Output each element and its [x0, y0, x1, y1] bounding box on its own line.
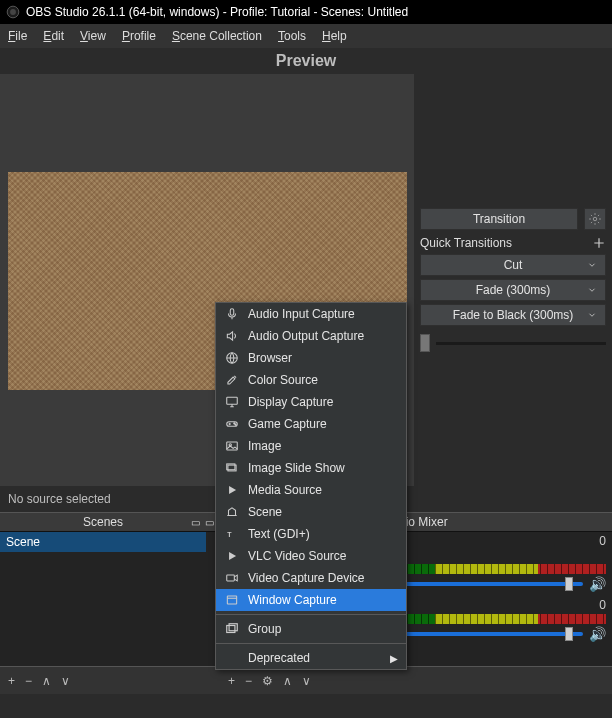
scenes-header[interactable]: Scenes ▭	[0, 512, 206, 532]
play-icon	[224, 548, 240, 564]
text-icon: T	[224, 526, 240, 542]
globe-icon	[224, 350, 240, 366]
cm-group[interactable]: Group	[216, 618, 406, 640]
svg-rect-5	[227, 397, 238, 404]
cm-media-source[interactable]: Media Source	[216, 479, 406, 501]
cm-text-gdi-[interactable]: TText (GDI+)	[216, 523, 406, 545]
scene-up-button[interactable]: ∧	[42, 674, 51, 688]
dock-icon[interactable]: ▭	[191, 517, 200, 528]
qt-cut[interactable]: Cut	[420, 254, 606, 276]
cm-scene[interactable]: Scene	[216, 501, 406, 523]
mic-icon	[224, 306, 240, 322]
transition-settings-button[interactable]	[584, 208, 606, 230]
source-settings-button[interactable]: ⚙	[262, 674, 273, 688]
menu-edit[interactable]: Edit	[43, 29, 64, 43]
transition-duration-slider[interactable]	[420, 334, 606, 352]
monitor-icon	[224, 394, 240, 410]
preview-label: Preview	[0, 48, 612, 74]
brush-icon	[224, 372, 240, 388]
scene-down-button[interactable]: ∨	[61, 674, 70, 688]
cm-browser[interactable]: Browser	[216, 347, 406, 369]
spk-icon	[224, 328, 240, 344]
menu-file[interactable]: File	[8, 29, 27, 43]
source-up-button[interactable]: ∧	[283, 674, 292, 688]
cm-image-slide-show[interactable]: Image Slide Show	[216, 457, 406, 479]
image-icon	[224, 438, 240, 454]
play-icon	[224, 482, 240, 498]
cm-color-source[interactable]: Color Source	[216, 369, 406, 391]
qt-fade-to-black[interactable]: Fade to Black (300ms)	[420, 304, 606, 326]
scenes-toolbar: + − ∧ ∨	[0, 666, 206, 694]
svg-rect-16	[227, 626, 235, 633]
gamepad-icon	[224, 416, 240, 432]
menu-scene-collection[interactable]: Scene Collection	[172, 29, 262, 43]
svg-text:T: T	[227, 531, 232, 538]
cm-deprecated[interactable]: Deprecated ▶	[216, 647, 406, 669]
menu-view[interactable]: View	[80, 29, 106, 43]
svg-point-2	[593, 217, 597, 221]
quick-transitions-label: Quick Transitions	[420, 236, 512, 250]
cm-image[interactable]: Image	[216, 435, 406, 457]
svg-point-1	[10, 9, 16, 15]
chevron-down-icon	[587, 285, 597, 295]
menu-profile[interactable]: Profile	[122, 29, 156, 43]
add-quick-transition-button[interactable]	[592, 236, 606, 250]
window-icon	[224, 592, 240, 608]
sources-toolbar: + − ⚙ ∧ ∨	[220, 666, 612, 694]
slide-icon	[224, 460, 240, 476]
svg-rect-14	[227, 575, 235, 581]
cm-game-capture[interactable]: Game Capture	[216, 413, 406, 435]
menu-help[interactable]: Help	[322, 29, 347, 43]
cm-audio-output-capture[interactable]: Audio Output Capture	[216, 325, 406, 347]
submenu-arrow-icon: ▶	[390, 653, 398, 664]
scene-item[interactable]: Scene	[0, 532, 206, 552]
transition-button[interactable]: Transition	[420, 208, 578, 230]
svg-point-8	[235, 424, 236, 425]
cm-display-capture[interactable]: Display Capture	[216, 391, 406, 413]
svg-rect-15	[227, 596, 236, 604]
cm-audio-input-capture[interactable]: Audio Input Capture	[216, 303, 406, 325]
svg-rect-9	[227, 442, 238, 450]
menu-tools[interactable]: Tools	[278, 29, 306, 43]
add-source-context-menu: Audio Input CaptureAudio Output CaptureB…	[215, 302, 407, 670]
cm-window-capture[interactable]: Window Capture	[216, 589, 406, 611]
app-icon	[6, 5, 20, 19]
qt-fade[interactable]: Fade (300ms)	[420, 279, 606, 301]
svg-rect-17	[229, 624, 237, 631]
slider-thumb[interactable]	[420, 334, 430, 352]
titlebar: OBS Studio 26.1.1 (64-bit, windows) - Pr…	[0, 0, 612, 24]
scene-icon	[224, 504, 240, 520]
add-scene-button[interactable]: +	[8, 674, 15, 688]
cm-video-capture-device[interactable]: Video Capture Device	[216, 567, 406, 589]
group-icon	[224, 621, 240, 637]
slider-track	[436, 342, 606, 345]
menubar: File Edit View Profile Scene Collection …	[0, 24, 612, 48]
camera-icon	[224, 570, 240, 586]
window-title: OBS Studio 26.1.1 (64-bit, windows) - Pr…	[26, 5, 408, 19]
remove-source-button[interactable]: −	[245, 674, 252, 688]
speaker-icon[interactable]: 🔊	[589, 626, 606, 642]
chevron-down-icon	[587, 310, 597, 320]
speaker-icon[interactable]: 🔊	[589, 576, 606, 592]
source-down-button[interactable]: ∨	[302, 674, 311, 688]
svg-rect-3	[230, 309, 234, 315]
cm-vlc-video-source[interactable]: VLC Video Source	[216, 545, 406, 567]
chevron-down-icon	[587, 260, 597, 270]
add-source-button[interactable]: +	[228, 674, 235, 688]
remove-scene-button[interactable]: −	[25, 674, 32, 688]
